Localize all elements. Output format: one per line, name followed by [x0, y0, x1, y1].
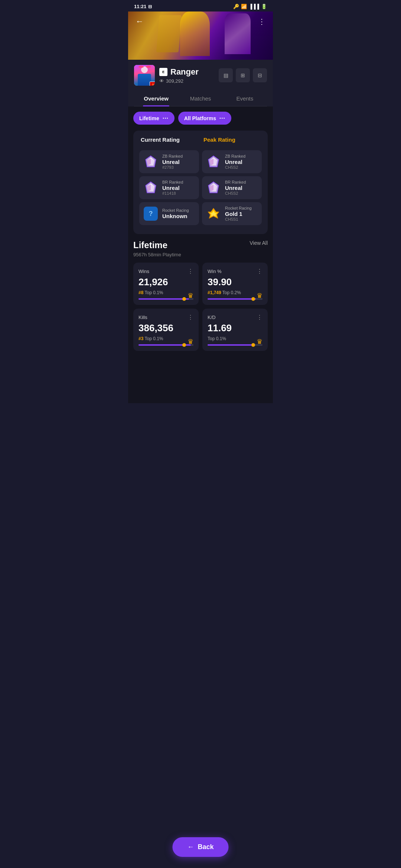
sim-icon: ⊟: [148, 4, 152, 9]
winpct-rank: #1,749 Top 0.2%: [208, 290, 263, 295]
kills-rank: #3 Top 0.1%: [138, 336, 193, 341]
tab-events[interactable]: Events: [223, 91, 267, 106]
profile-name-row: E Ranger: [159, 67, 214, 77]
peak-rr-mode: Rocket Racing: [225, 206, 258, 210]
winpct-rank-num: #1,749: [208, 290, 221, 295]
kd-rank: Top 0.1%: [208, 336, 263, 341]
winpct-bar-dot: [251, 297, 255, 301]
peak-zb-mode: ZB Ranked: [225, 154, 258, 158]
tab-matches[interactable]: Matches: [178, 91, 222, 106]
profile-section: E Ranger 👁 309,292 ▤ ⊞ ⊟ Overview Matche…: [128, 60, 273, 106]
ratings-columns: ZB Ranked Unreal #2793: [139, 150, 262, 228]
current-br-ranked: BR Ranked Unreal #11418: [139, 176, 199, 199]
action-button-3[interactable]: ⊟: [253, 68, 267, 82]
wins-more[interactable]: ⋮: [188, 268, 193, 275]
kills-rank-num: #3: [138, 336, 143, 341]
kd-top-pct: Top 0.1%: [208, 336, 226, 341]
kd-label: K/D ⋮: [208, 314, 263, 321]
lifetime-header: Lifetime View All: [133, 240, 268, 250]
profile-name: Ranger: [170, 67, 199, 77]
kd-bar-fill: [208, 344, 254, 346]
current-rocket-racing: ? Rocket Racing Unknown: [139, 202, 199, 225]
platform-filter[interactable]: All Platforms ⋯: [178, 112, 231, 125]
action-button-2[interactable]: ⊞: [236, 68, 250, 82]
peak-rocket-racing: Rocket Racing Gold 1 CH5S1: [202, 202, 262, 225]
profile-views: 👁 309,292: [159, 78, 214, 84]
winpct-label: Win % ⋮: [208, 268, 263, 275]
peak-zb-rank: Unreal: [225, 159, 258, 165]
hero-banner: ← ⋮: [128, 11, 273, 60]
winpct-label-text: Win %: [208, 269, 222, 274]
kd-crown-icon: ♛: [257, 338, 263, 346]
wins-label-text: Wins: [138, 269, 149, 274]
lifetime-filter-dots: ⋯: [162, 115, 169, 122]
peak-rr-text: Rocket Racing Gold 1 CH5S1: [225, 206, 258, 221]
kills-value: 386,356: [138, 322, 193, 334]
stats-grid: Wins ⋮ 21,926 #8 Top 0.1% ♛ Win % ⋮: [133, 263, 268, 351]
winpct-bar-fill: [208, 298, 256, 300]
current-rr-mode: Rocket Racing: [162, 208, 195, 213]
peak-br-text: BR Ranked Unreal CH5S2: [225, 180, 258, 195]
winpct-top-pct: Top 0.2%: [222, 290, 241, 295]
hero-nav: ← ⋮: [128, 11, 273, 32]
kills-stat: Kills ⋮ 386,356 #3 Top 0.1% ♛: [133, 309, 199, 351]
wins-stat: Wins ⋮ 21,926 #8 Top 0.1% ♛: [133, 263, 199, 305]
action-button-1[interactable]: ▤: [219, 68, 233, 82]
kills-crown-icon: ♛: [188, 338, 193, 346]
wins-bar-dot: [182, 297, 186, 301]
current-br-sub: #11418: [162, 191, 195, 195]
winpct-crown-icon: ♛: [257, 292, 263, 300]
status-icons: 🔑 📶 ▐▐▐ 🔋: [233, 4, 267, 9]
content-area: Lifetime ⋯ All Platforms ⋯ Current Ratin…: [128, 106, 273, 403]
battery-icon: 🔋: [261, 4, 267, 9]
lifetime-section: Lifetime View All 9567h 58min Playtime W…: [133, 240, 268, 351]
ratings-card: Current Rating Peak Rating: [133, 131, 268, 234]
peak-br-sub: CH5S2: [225, 191, 258, 195]
status-bar: 11:21 ⊟ 🔑 📶 ▐▐▐ 🔋: [128, 0, 273, 11]
lifetime-filter[interactable]: Lifetime ⋯: [133, 112, 175, 125]
kd-more[interactable]: ⋮: [257, 314, 263, 321]
time-display: 11:21: [134, 4, 146, 9]
gold-icon: [206, 206, 221, 221]
kills-top-pct: Top 0.1%: [144, 336, 163, 341]
tabs: Overview Matches Events: [134, 91, 267, 106]
more-options-button[interactable]: ⋮: [257, 16, 267, 27]
winpct-stat: Win % ⋮ 39.90 #1,749 Top 0.2% ♛: [202, 263, 268, 305]
kills-bar: [138, 344, 193, 346]
lifetime-filter-label: Lifetime: [139, 115, 159, 121]
kills-more[interactable]: ⋮: [188, 314, 193, 321]
kd-value: 11.69: [208, 322, 263, 334]
flag-icon: [150, 82, 155, 86]
winpct-more[interactable]: ⋮: [257, 268, 263, 275]
status-time: 11:21 ⊟: [134, 4, 152, 9]
view-all-button[interactable]: View All: [250, 240, 268, 246]
epic-badge: E: [159, 68, 167, 76]
profile-header: E Ranger 👁 309,292 ▤ ⊞ ⊟: [134, 65, 267, 86]
unknown-icon: ?: [143, 206, 159, 221]
current-br-text: BR Ranked Unreal #11418: [162, 180, 195, 195]
key-icon: 🔑: [233, 4, 239, 9]
wins-rank-num: #8: [138, 290, 143, 295]
winpct-value: 39.90: [208, 276, 263, 288]
playtime-display: 9567h 58min Playtime: [133, 252, 268, 257]
kd-bar-dot: [251, 343, 255, 347]
current-zb-text: ZB Ranked Unreal #2793: [162, 154, 195, 170]
current-zb-mode: ZB Ranked: [162, 154, 195, 158]
wins-bar-fill: [138, 298, 189, 300]
back-hero-button[interactable]: ←: [134, 15, 145, 28]
platform-filter-label: All Platforms: [184, 115, 216, 121]
kd-label-text: K/D: [208, 315, 216, 320]
kills-bar-dot: [182, 343, 186, 347]
peak-zb-text: ZB Ranked Unreal CH5S2: [225, 154, 258, 170]
peak-zb-ranked: ZB Ranked Unreal CH5S2: [202, 150, 262, 173]
wins-rank: #8 Top 0.1%: [138, 290, 193, 295]
current-zb-ranked: ZB Ranked Unreal #2793: [139, 150, 199, 173]
peak-rr-rank: Gold 1: [225, 211, 258, 217]
tab-overview[interactable]: Overview: [134, 91, 178, 106]
wins-crown-icon: ♛: [188, 292, 193, 300]
avatar: [134, 65, 155, 86]
peak-zb-sub: CH5S2: [225, 165, 258, 170]
profile-info: E Ranger 👁 309,292: [159, 67, 214, 84]
current-br-rank: Unreal: [162, 185, 195, 191]
avatar-image: [134, 65, 155, 86]
